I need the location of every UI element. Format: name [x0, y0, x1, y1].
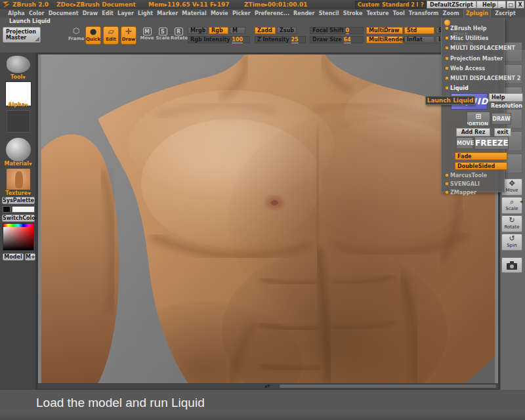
- liquid-doublesided-toggle[interactable]: DoubleSided: [455, 162, 507, 170]
- cube-icon: ⬡: [68, 26, 84, 36]
- menu-stencil[interactable]: Stencil: [319, 10, 339, 16]
- rotate-gyro-button[interactable]: R Rotate: [171, 26, 186, 45]
- menu-preferences[interactable]: Preferenc...: [255, 10, 289, 16]
- zplugin-item-marcustoole[interactable]: MarcusToole: [446, 173, 487, 178]
- scale-gyro-button[interactable]: S Scale: [155, 26, 171, 45]
- tray-collapse-arrow[interactable]: ◀: [520, 199, 523, 203]
- menu-bar: Alpha Color Document Draw Edit Layer Lig…: [0, 9, 525, 18]
- liquid-proportion-button[interactable]: ⊞ PROPORTION: [467, 112, 490, 126]
- zplugin-item-liquid[interactable]: Liquid: [446, 85, 469, 91]
- zadd-button[interactable]: Zadd: [255, 27, 276, 34]
- main-color-swatch[interactable]: [12, 206, 35, 213]
- zplugin-item-svengali[interactable]: SVENGALI: [446, 181, 480, 187]
- draw-button[interactable]: ✛ Draw: [121, 26, 136, 45]
- zplugin-item-zbrush-help[interactable]: ZBrush Help: [446, 26, 486, 32]
- menu-zoom[interactable]: Zoom: [443, 10, 459, 16]
- menu-zplugin[interactable]: Zplugin: [463, 9, 491, 18]
- quick-help-button[interactable]: ?: [418, 1, 427, 9]
- default-zscript-button[interactable]: DefaultZScript: [427, 1, 476, 9]
- scrollbar-arrows-icon[interactable]: ▲▼: [264, 383, 269, 388]
- liquid-resolution-button[interactable]: Resolution: [489, 102, 525, 110]
- model-button[interactable]: Model: [3, 253, 24, 261]
- std-brush-button[interactable]: Std: [404, 27, 434, 34]
- multidraw-button[interactable]: MultiDraw: [366, 27, 403, 34]
- tool-palette-label[interactable]: Tool▼: [0, 74, 36, 80]
- zplugin-item-multi-displacement[interactable]: MULTI DISPLACEMENT: [446, 45, 515, 51]
- secondary-color-swatch[interactable]: [3, 206, 10, 213]
- rgb-button[interactable]: Rgb: [209, 27, 228, 34]
- menu-transform[interactable]: Transform: [409, 10, 439, 16]
- menu-render[interactable]: Render: [293, 10, 314, 16]
- focal-shift-slider[interactable]: Focal Shift 0: [310, 27, 364, 34]
- canvas-spin-button[interactable]: ↺Spin: [501, 234, 522, 251]
- liquid-draw-button[interactable]: DRAW: [492, 113, 511, 125]
- standard2d-button[interactable]: Standard 2 D: [379, 1, 423, 9]
- switchcolor-button[interactable]: SwitchColor: [2, 215, 35, 222]
- material-palette-label[interactable]: Material▼: [0, 161, 36, 167]
- custom-button[interactable]: Custom: [355, 1, 383, 9]
- alpha-palette-label[interactable]: Alpha▼: [0, 102, 36, 108]
- move-gyro-button[interactable]: M Move: [139, 26, 155, 45]
- inflat-brush-button[interactable]: Inflat: [404, 36, 434, 43]
- menu-document[interactable]: Document: [49, 10, 79, 16]
- menu-alpha[interactable]: Alpha: [8, 10, 25, 16]
- current-stroke-thumbnail[interactable]: [7, 110, 30, 133]
- menu-tool[interactable]: Tool: [393, 10, 405, 16]
- m-button[interactable]: M: [230, 27, 245, 34]
- menu-zscript[interactable]: Zscript: [495, 10, 516, 16]
- zplugin-item-web-access[interactable]: Web Access: [446, 66, 485, 72]
- menu-marker[interactable]: Marker: [157, 10, 178, 16]
- scrollbar-thumb[interactable]: [280, 385, 496, 388]
- liquid-add-rez-button[interactable]: Add Rez: [456, 128, 490, 136]
- liquid-exit-button[interactable]: exit: [494, 128, 511, 136]
- menu-material[interactable]: Material: [182, 10, 206, 16]
- chevron-down-icon: ▼: [22, 75, 26, 79]
- plugin-panel-icon: [444, 20, 450, 26]
- current-material-sphere[interactable]: [6, 138, 31, 161]
- minimize-button[interactable]: _: [497, 1, 506, 9]
- z-intensity-slider[interactable]: Z Intensity 25: [255, 36, 306, 43]
- launch-liquid-header: Launch Liquid: [9, 18, 51, 24]
- zplugin-item-zmapper[interactable]: ZMapper: [446, 190, 476, 196]
- hand-icon: ✥: [502, 179, 522, 188]
- snapshot-button[interactable]: [501, 257, 522, 273]
- projection-master-button[interactable]: Projection Master: [3, 27, 41, 43]
- menu-stroke[interactable]: Stroke: [343, 10, 363, 16]
- multirender-button[interactable]: MultiRender: [366, 36, 403, 43]
- frame-button[interactable]: ⬡ Frame: [68, 26, 84, 45]
- close-button[interactable]: X: [516, 1, 524, 9]
- color-picker[interactable]: [3, 223, 34, 251]
- current-texture-thumbnail[interactable]: [6, 168, 31, 190]
- texture-palette-label[interactable]: Texture▼: [0, 190, 36, 196]
- menu-draw[interactable]: Draw: [83, 10, 98, 16]
- liquid-help-button[interactable]: Help: [489, 93, 523, 102]
- menu-movie[interactable]: Movie: [211, 10, 228, 16]
- draw-size-slider[interactable]: Draw Size 64: [310, 36, 364, 43]
- zplugin-item-multi-displacement-2[interactable]: MULTI DISPLACEMENT 2: [446, 75, 520, 81]
- zplugin-item-misc-utilities[interactable]: Misc Utilities: [446, 35, 488, 41]
- menu-color[interactable]: Color: [29, 10, 45, 16]
- current-tool-thumbnail[interactable]: [7, 56, 30, 73]
- menu-layer[interactable]: Layer: [117, 10, 134, 16]
- m-plus-button[interactable]: M+: [25, 253, 35, 261]
- menu-texture[interactable]: Texture: [366, 10, 388, 16]
- liquid-freeze-button[interactable]: FREEZE: [474, 136, 509, 150]
- canvas-rotate-button[interactable]: ↻Rotate: [501, 215, 522, 232]
- rgb-intensity-slider[interactable]: Rgb Intensity 100: [188, 36, 250, 43]
- mrgb-button[interactable]: Mrgb: [188, 27, 207, 34]
- liquid-move-button[interactable]: MOVE: [456, 137, 473, 149]
- zplugin-item-projection-master[interactable]: Projection Master: [446, 56, 503, 62]
- liquid-fade-toggle[interactable]: Fade: [455, 152, 507, 160]
- menu-light[interactable]: Light: [138, 10, 153, 16]
- spin-arrow-icon: ↺: [502, 234, 522, 243]
- quick-button[interactable]: ● Quick: [85, 26, 101, 45]
- menu-picker[interactable]: Picker: [232, 10, 251, 16]
- bullet-icon: [446, 191, 448, 194]
- horizontal-scrollbar[interactable]: ▲▼: [38, 384, 498, 388]
- menu-edit[interactable]: Edit: [102, 10, 114, 16]
- syspalette-button[interactable]: SysPalette: [2, 197, 35, 204]
- zsub-button[interactable]: Zsub: [277, 27, 297, 34]
- edit-button[interactable]: ▱ Edit: [103, 26, 119, 45]
- saturation-square[interactable]: [3, 227, 33, 250]
- restore-button[interactable]: □: [507, 1, 515, 9]
